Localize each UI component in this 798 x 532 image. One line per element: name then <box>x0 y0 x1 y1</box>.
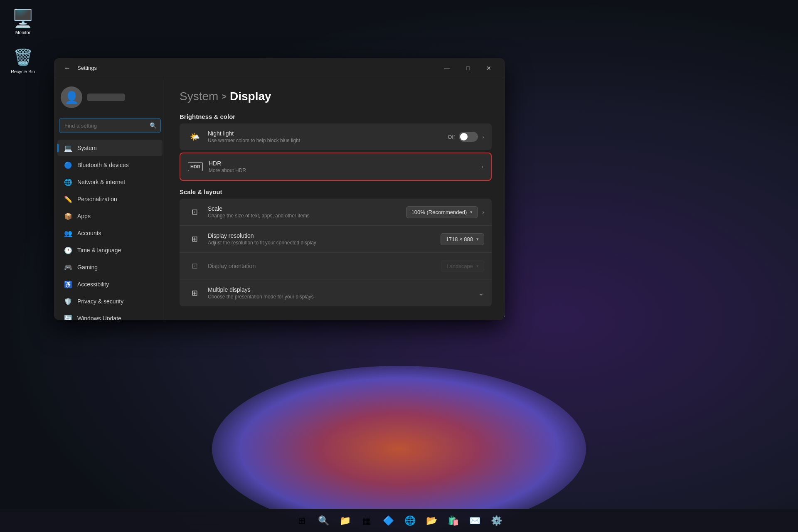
sidebar-item-network[interactable]: 🌐 Network & internet <box>57 174 163 190</box>
hdr-subtitle: More about HDR <box>209 167 481 173</box>
sidebar-item-privacy[interactable]: 🛡️ Privacy & security <box>57 293 163 310</box>
sidebar-item-label-windows-update: Windows Update <box>77 315 121 320</box>
close-button[interactable]: ✕ <box>479 62 498 75</box>
sidebar-item-windows-update[interactable]: 🔄 Windows Update <box>57 310 163 320</box>
display-resolution-row[interactable]: ⊞ Display resolution Adjust the resoluti… <box>180 226 492 253</box>
taskbar-start[interactable]: ⊞ <box>293 512 311 530</box>
sidebar-item-label-privacy: Privacy & security <box>77 298 123 305</box>
sidebar-item-label-system: System <box>77 145 97 151</box>
brightness-color-card: 🌤️ Night light Use warmer colors to help… <box>180 123 492 150</box>
display-resolution-subtitle: Adjust the resolution to fit your connec… <box>208 240 441 246</box>
content-area: 👤 🔍 💻 System 🔵 Bluetooth & devices <box>54 78 505 320</box>
orientation-value: Landscape <box>446 263 473 269</box>
sidebar-item-label-personalization: Personalization <box>77 196 117 202</box>
window-controls: — □ ✕ <box>438 62 498 75</box>
bluetooth-icon: 🔵 <box>64 161 72 169</box>
resolution-dropdown-arrow: ▾ <box>476 236 479 242</box>
multiple-displays-chevron: ⌄ <box>478 288 484 298</box>
sidebar-item-accounts[interactable]: 👥 Accounts <box>57 225 163 241</box>
breadcrumb-current: Display <box>230 90 271 103</box>
scale-dropdown-arrow: ▾ <box>470 209 473 215</box>
night-light-value: Off <box>448 134 455 140</box>
taskbar-settings[interactable]: ⚙️ <box>487 512 505 530</box>
taskbar: ⊞ 🔍 📁 ▦ 🔷 🌐 📂 🛍️ ✉️ ⚙️ <box>0 509 798 532</box>
taskbar-file-explorer[interactable]: 📁 <box>336 512 354 530</box>
scale-dropdown[interactable]: 100% (Recommended) ▾ <box>406 206 478 218</box>
back-button[interactable]: ← <box>61 62 74 75</box>
scale-text: Scale Change the size of text, apps, and… <box>208 205 406 219</box>
sidebar-item-personalization[interactable]: ✏️ Personalization <box>57 191 163 207</box>
minimize-button[interactable]: — <box>438 62 457 75</box>
multiple-displays-control: ⌄ <box>478 288 484 298</box>
desktop-icon-recycle[interactable]: 🗑️ Recycle Bin <box>8 47 37 74</box>
search-icon: 🔍 <box>150 122 157 129</box>
hdr-chevron: › <box>481 163 483 170</box>
scale-title: Scale <box>208 205 406 212</box>
hdr-title: HDR <box>209 160 481 167</box>
search-box: 🔍 <box>59 118 161 133</box>
user-profile[interactable]: 👤 <box>54 83 166 111</box>
files-icon: 📂 <box>426 515 437 526</box>
sidebar-item-label-gaming: Gaming <box>77 264 98 271</box>
hdr-icon: HDR <box>188 162 203 171</box>
sidebar-item-accessibility[interactable]: ♿ Accessibility <box>57 276 163 293</box>
taskbar-mail[interactable]: ✉️ <box>466 512 484 530</box>
sidebar-item-apps[interactable]: 📦 Apps <box>57 208 163 224</box>
display-resolution-text: Display resolution Adjust the resolution… <box>208 232 441 246</box>
desktop-icon-monitor[interactable]: 🖥️ Monitor <box>8 8 37 35</box>
taskbar-app1[interactable]: 🔷 <box>379 512 397 530</box>
sidebar-item-label-bluetooth: Bluetooth & devices <box>77 162 129 168</box>
settings-taskbar-icon: ⚙️ <box>491 515 502 526</box>
sidebar-item-label-accessibility: Accessibility <box>77 281 109 288</box>
resolution-value: 1718 × 888 <box>446 236 473 242</box>
display-orientation-control: Landscape ▾ <box>441 260 484 272</box>
hdr-row[interactable]: HDR HDR More about HDR › <box>180 153 491 180</box>
start-icon: ⊞ <box>298 515 305 526</box>
main-content: System > Display Brightness & color 🌤️ N… <box>166 78 505 320</box>
toggle-knob <box>460 133 468 140</box>
hdr-card[interactable]: HDR HDR More about HDR › <box>180 153 492 181</box>
sidebar-item-gaming[interactable]: 🎮 Gaming <box>57 259 163 276</box>
file-explorer-icon: 📁 <box>340 515 351 526</box>
night-light-toggle[interactable] <box>459 132 478 142</box>
accessibility-icon: ♿ <box>64 280 72 288</box>
avatar-icon: 👤 <box>64 91 79 104</box>
maximize-button[interactable]: □ <box>458 62 478 75</box>
widgets-icon: ▦ <box>362 515 371 526</box>
taskbar-search[interactable]: 🔍 <box>314 512 332 530</box>
display-resolution-control: 1718 × 888 ▾ <box>441 233 484 245</box>
monitor-icon: 🖥️ <box>13 8 33 28</box>
search-input[interactable] <box>59 118 161 133</box>
orientation-dropdown: Landscape ▾ <box>441 260 484 272</box>
resolution-dropdown[interactable]: 1718 × 888 ▾ <box>441 233 484 245</box>
page-title: System > Display <box>180 90 492 103</box>
multiple-displays-title: Multiple displays <box>208 286 478 293</box>
scale-row[interactable]: ⊡ Scale Change the size of text, apps, a… <box>180 199 492 226</box>
sidebar-item-bluetooth[interactable]: 🔵 Bluetooth & devices <box>57 157 163 173</box>
title-bar: ← Settings — □ ✕ <box>54 58 505 78</box>
accounts-icon: 👥 <box>64 229 72 237</box>
sidebar-item-label-time: Time & language <box>77 247 121 254</box>
sidebar: 👤 🔍 💻 System 🔵 Bluetooth & devices <box>54 78 166 320</box>
night-light-row[interactable]: 🌤️ Night light Use warmer colors to help… <box>180 123 492 150</box>
personalization-icon: ✏️ <box>64 195 72 203</box>
night-light-text: Night light Use warmer colors to help bl… <box>208 130 448 143</box>
night-light-chevron: › <box>482 133 484 140</box>
sidebar-item-system[interactable]: 💻 System <box>57 140 163 156</box>
scale-layout-card: ⊡ Scale Change the size of text, apps, a… <box>180 199 492 306</box>
sidebar-item-time[interactable]: 🕐 Time & language <box>57 242 163 259</box>
multiple-displays-row[interactable]: ⊞ Multiple displays Choose the presentat… <box>180 280 492 306</box>
taskbar-widgets[interactable]: ▦ <box>357 512 376 530</box>
sidebar-item-label-accounts: Accounts <box>77 230 101 236</box>
taskbar-ms-store[interactable]: 🛍️ <box>444 512 462 530</box>
taskbar-files[interactable]: 📂 <box>422 512 441 530</box>
orientation-dropdown-arrow: ▾ <box>476 264 479 269</box>
multiple-displays-icon: ⊞ <box>187 286 202 300</box>
edge-icon: 🌐 <box>404 515 416 526</box>
display-orientation-icon: ⊡ <box>187 259 202 273</box>
hdr-text: HDR More about HDR <box>209 160 481 173</box>
night-light-subtitle: Use warmer colors to help block blue lig… <box>208 138 448 143</box>
taskbar-edge[interactable]: 🌐 <box>401 512 419 530</box>
multiple-displays-subtitle: Choose the presentation mode for your di… <box>208 294 478 300</box>
section-title-brightness: Brightness & color <box>180 113 492 120</box>
